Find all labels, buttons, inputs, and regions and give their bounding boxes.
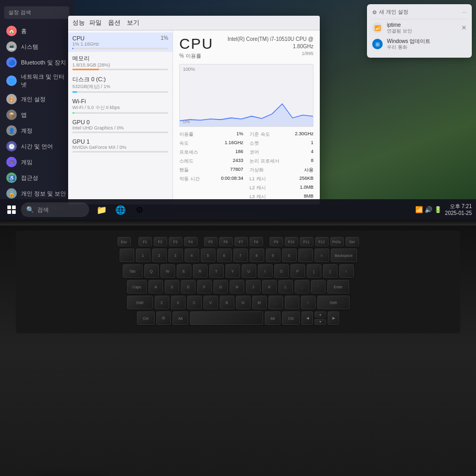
key-rbracket[interactable]: ] xyxy=(323,264,338,278)
key-g[interactable]: G xyxy=(213,280,228,294)
taskbar-search-box[interactable]: 🔍 검색 xyxy=(21,202,89,217)
key-alt-left[interactable]: Alt xyxy=(172,311,188,325)
key-period[interactable]: . xyxy=(285,296,299,309)
key-f6[interactable]: F6 xyxy=(219,237,233,246)
key-u[interactable]: U xyxy=(242,264,256,278)
sidebar-item-accessibility[interactable]: ♿ 접근성 xyxy=(0,170,73,186)
key-equals[interactable]: = xyxy=(315,248,329,262)
key-j[interactable]: J xyxy=(246,280,261,294)
key-b[interactable]: B xyxy=(220,296,234,309)
key-caps-lock[interactable]: Caps xyxy=(127,280,147,294)
key-6[interactable]: 6 xyxy=(217,248,232,262)
key-r[interactable]: R xyxy=(193,264,208,278)
key-c[interactable]: C xyxy=(187,296,202,309)
key-shift-left[interactable]: Shift xyxy=(127,296,153,309)
key-comma[interactable]: , xyxy=(268,296,283,309)
key-2[interactable]: 2 xyxy=(152,248,167,262)
tm-item-memory[interactable]: 메모리 1.8/15.9GB (28%) xyxy=(68,52,172,73)
key-tab[interactable]: Tab xyxy=(123,264,143,278)
key-k[interactable]: K xyxy=(262,280,277,294)
key-0[interactable]: 0 xyxy=(282,248,297,262)
sidebar-search-box[interactable]: 설정 검색 xyxy=(4,6,69,19)
key-n[interactable]: N xyxy=(236,296,251,309)
sidebar-item-home[interactable]: 🏠 홈 xyxy=(0,23,73,39)
tm-item-gpu1[interactable]: GPU 1 NVIDiA GeForce MX / 0% xyxy=(68,136,172,155)
key-del[interactable]: Del xyxy=(345,237,359,246)
key-f11[interactable]: F11 xyxy=(300,237,313,246)
key-f1[interactable]: F1 xyxy=(138,237,152,246)
tm-menu-options[interactable]: 옵션 xyxy=(108,18,121,27)
key-f3[interactable]: F3 xyxy=(169,237,182,246)
key-arrow-left[interactable]: ◀ xyxy=(301,311,313,325)
key-8[interactable]: 8 xyxy=(250,248,264,262)
key-9[interactable]: 9 xyxy=(266,248,280,262)
tm-menu-view[interactable]: 보기 xyxy=(127,18,139,27)
key-f[interactable]: F xyxy=(197,280,212,294)
sidebar-item-apps[interactable]: 📦 앱 xyxy=(0,107,73,123)
key-f7[interactable]: F7 xyxy=(234,237,248,246)
tm-item-gpu0[interactable]: GPU 0 Intel UHD Graphics / 0% xyxy=(68,116,172,136)
key-h[interactable]: H xyxy=(230,280,244,294)
taskbar-edge-icon[interactable]: 🌐 xyxy=(112,201,129,218)
key-v[interactable]: V xyxy=(203,296,218,309)
key-5[interactable]: 5 xyxy=(201,248,215,262)
sidebar-item-time[interactable]: 🕐 시간 및 언어 xyxy=(0,138,73,154)
key-lbracket[interactable]: [ xyxy=(307,264,321,278)
key-4[interactable]: 4 xyxy=(185,248,199,262)
notif-wifi-close[interactable]: ✕ xyxy=(461,24,467,31)
key-3[interactable]: 3 xyxy=(168,248,183,262)
key-p[interactable]: P xyxy=(290,264,305,278)
tm-item-wifi[interactable]: Wi-Fi Wi-Fi / 5.0 수신 0 kbps xyxy=(68,95,172,116)
key-quote[interactable]: ' xyxy=(311,280,326,294)
key-l[interactable]: L xyxy=(278,280,293,294)
key-backspace[interactable]: Backspace xyxy=(331,248,357,262)
key-z[interactable]: Z xyxy=(155,296,169,309)
key-f9[interactable]: F9 xyxy=(269,237,283,246)
sidebar-item-gaming[interactable]: 🎮 게임 xyxy=(0,154,73,170)
key-prtsc[interactable]: PrtSc xyxy=(330,237,344,246)
key-q[interactable]: Q xyxy=(144,264,159,278)
sidebar-item-bluetooth[interactable]: 🔵 Bluetooth 및 장치 xyxy=(0,55,73,70)
taskbar-explorer-icon[interactable]: 📁 xyxy=(93,201,110,218)
key-alt-right[interactable]: Alt xyxy=(265,311,280,325)
sidebar-item-accounts[interactable]: 👤 계정 xyxy=(0,123,73,138)
sidebar-item-network[interactable]: 🌐 네트워크 및 인터넷 xyxy=(0,70,73,91)
start-button[interactable] xyxy=(4,202,19,217)
taskbar-clock[interactable]: 오후 7:21 2025-01-25 xyxy=(445,203,472,217)
key-f5[interactable]: F5 xyxy=(204,237,218,246)
key-arrow-down[interactable]: ▼ xyxy=(315,319,326,325)
taskbar-settings-icon[interactable]: ⚙ xyxy=(131,201,148,218)
key-enter[interactable]: Enter xyxy=(327,280,349,294)
sidebar-item-personalization[interactable]: 🎨 개인 설정 xyxy=(0,91,73,107)
key-backtick[interactable]: ` xyxy=(120,248,134,262)
key-e[interactable]: E xyxy=(177,264,191,278)
key-7[interactable]: 7 xyxy=(233,248,248,262)
key-y[interactable]: Y xyxy=(225,264,240,278)
key-slash[interactable]: / xyxy=(301,296,316,309)
key-f2[interactable]: F2 xyxy=(154,237,167,246)
key-arrow-up[interactable]: ▲ xyxy=(315,311,326,318)
key-f8[interactable]: F8 xyxy=(250,237,263,246)
key-a[interactable]: A xyxy=(148,280,163,294)
key-1[interactable]: 1 xyxy=(136,248,150,262)
tm-item-cpu[interactable]: CPU 1% 1% 1.16GHz xyxy=(68,33,172,52)
key-w[interactable]: W xyxy=(160,264,175,278)
key-t[interactable]: T xyxy=(209,264,224,278)
key-f4[interactable]: F4 xyxy=(184,237,198,246)
key-ctrl-left[interactable]: Ctrl xyxy=(137,311,155,325)
key-f12[interactable]: F12 xyxy=(315,237,329,246)
key-m[interactable]: M xyxy=(252,296,267,309)
key-minus[interactable]: - xyxy=(298,248,313,262)
sidebar-item-system[interactable]: 💻 시스템 xyxy=(0,39,73,55)
key-s[interactable]: S xyxy=(165,280,179,294)
key-x[interactable]: X xyxy=(171,296,186,309)
key-o[interactable]: O xyxy=(274,264,289,278)
key-arrow-right[interactable]: ▶ xyxy=(328,311,339,325)
key-backslash[interactable]: \ xyxy=(339,264,354,278)
key-d[interactable]: D xyxy=(181,280,196,294)
key-ctrl-right[interactable]: Ctrl xyxy=(282,311,300,325)
key-semicolon[interactable]: ; xyxy=(295,280,309,294)
key-shift-right[interactable]: Shift xyxy=(317,296,350,309)
key-f10[interactable]: F10 xyxy=(285,237,298,246)
tm-menu-file[interactable]: 파일 xyxy=(89,18,102,27)
